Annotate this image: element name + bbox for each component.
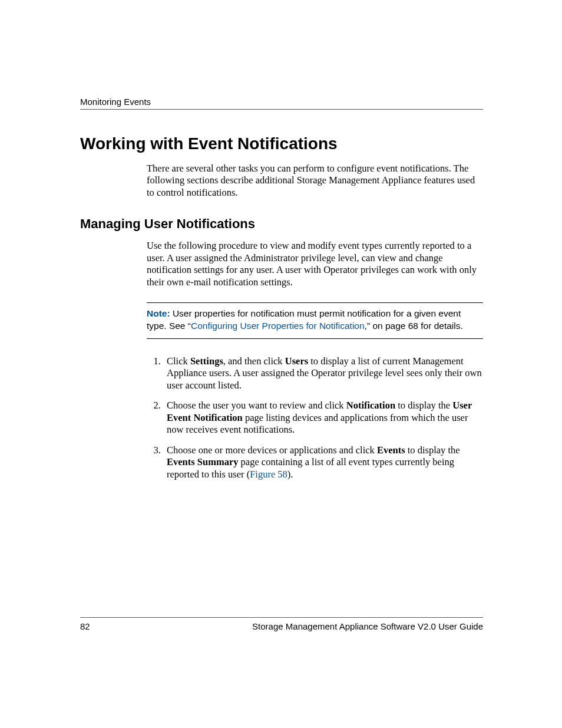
ordered-steps: Click Settings, and then click Users to … bbox=[147, 355, 483, 480]
step-1: Click Settings, and then click Users to … bbox=[163, 355, 483, 391]
step-text: Click bbox=[167, 355, 190, 367]
header-rule bbox=[80, 109, 483, 110]
note-box: Note: User properties for notification m… bbox=[147, 302, 483, 339]
step-bold: Events Summary bbox=[167, 456, 238, 467]
step-bold: Notification bbox=[346, 400, 395, 411]
step-text: to display the bbox=[395, 400, 452, 411]
body-paragraph: Use the following procedure to view and … bbox=[147, 240, 483, 288]
step-text: Choose the user you want to review and c… bbox=[167, 400, 346, 411]
step-text: Choose one or more devices or applicatio… bbox=[167, 444, 377, 456]
step-text: to display the bbox=[405, 444, 460, 456]
footer-title: Storage Management Appliance Software V2… bbox=[252, 621, 483, 631]
footer-rule bbox=[80, 617, 483, 618]
intro-paragraph: There are several other tasks you can pe… bbox=[147, 163, 483, 199]
step-text: , and then click bbox=[223, 355, 285, 367]
step-bold: Settings bbox=[190, 355, 223, 367]
heading-1: Working with Event Notifications bbox=[80, 134, 483, 153]
step-bold: Events bbox=[377, 444, 405, 456]
step-bold: Users bbox=[285, 355, 308, 367]
page-number: 82 bbox=[80, 621, 90, 631]
running-header: Monitoring Events bbox=[80, 97, 483, 107]
note-link[interactable]: Configuring User Properties for Notifica… bbox=[191, 321, 365, 331]
page-footer: 82 Storage Management Appliance Software… bbox=[80, 617, 483, 631]
note-label: Note: bbox=[147, 308, 170, 318]
note-text-after: ,” on page 68 for details. bbox=[365, 321, 463, 331]
step-text: ). bbox=[287, 469, 293, 480]
step-2: Choose the user you want to review and c… bbox=[163, 400, 483, 436]
step-3: Choose one or more devices or applicatio… bbox=[163, 444, 483, 480]
heading-2: Managing User Notifications bbox=[80, 216, 483, 232]
figure-link[interactable]: Figure 58 bbox=[250, 469, 287, 480]
